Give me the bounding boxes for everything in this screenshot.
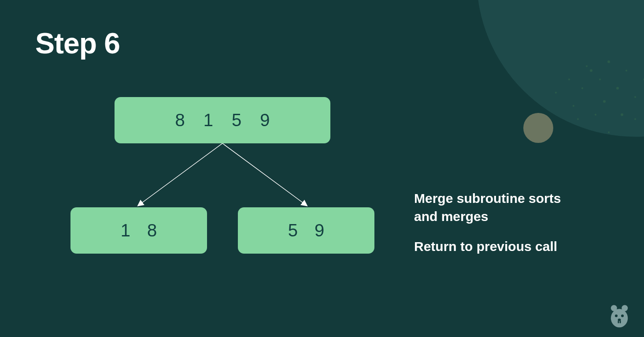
svg-point-23 xyxy=(577,118,579,120)
svg-point-14 xyxy=(634,96,636,98)
svg-point-26 xyxy=(608,131,610,133)
array-value: 9 xyxy=(260,110,270,130)
array-value: 1 xyxy=(204,110,213,130)
svg-point-19 xyxy=(568,79,570,80)
svg-point-15 xyxy=(555,92,557,94)
svg-point-33 xyxy=(621,315,624,317)
array-value: 8 xyxy=(147,221,157,240)
svg-point-13 xyxy=(603,100,606,103)
svg-point-0 xyxy=(477,0,644,137)
array-box-right: 5 9 xyxy=(238,207,374,254)
svg-point-5 xyxy=(523,113,553,143)
beaver-mascot-icon xyxy=(607,303,632,328)
step-title: Step 6 xyxy=(35,26,120,60)
explanation-sidebar: Merge subroutine sorts and merges Return… xyxy=(414,190,564,268)
svg-point-22 xyxy=(634,118,636,120)
array-value: 5 xyxy=(288,221,298,240)
svg-line-28 xyxy=(222,143,306,205)
array-value: 8 xyxy=(175,110,185,130)
svg-point-8 xyxy=(607,60,610,63)
explanation-line: Merge subroutine sorts and merges xyxy=(414,190,564,225)
svg-rect-36 xyxy=(620,321,621,323)
svg-point-6 xyxy=(590,69,592,72)
svg-point-2 xyxy=(611,0,644,2)
explanation-line: Return to previous call xyxy=(414,238,564,256)
svg-point-7 xyxy=(599,79,601,80)
array-box-top: 8 1 5 9 xyxy=(115,97,330,143)
svg-point-10 xyxy=(616,87,619,90)
svg-point-12 xyxy=(573,105,574,107)
array-value: 1 xyxy=(121,221,130,240)
svg-point-16 xyxy=(595,114,596,116)
svg-point-17 xyxy=(621,113,623,116)
svg-rect-35 xyxy=(618,321,619,323)
merge-sort-diagram: 8 1 5 9 1 8 5 9 xyxy=(70,97,379,265)
svg-point-9 xyxy=(581,87,583,89)
array-value: 9 xyxy=(315,221,324,240)
svg-point-20 xyxy=(586,65,588,67)
array-box-left: 1 8 xyxy=(70,207,207,254)
svg-point-31 xyxy=(611,309,628,327)
corner-decoration xyxy=(424,0,644,221)
split-arrows xyxy=(70,143,379,210)
array-value: 5 xyxy=(232,110,241,130)
svg-point-32 xyxy=(615,315,618,317)
svg-point-11 xyxy=(625,70,627,71)
svg-line-27 xyxy=(139,143,222,205)
